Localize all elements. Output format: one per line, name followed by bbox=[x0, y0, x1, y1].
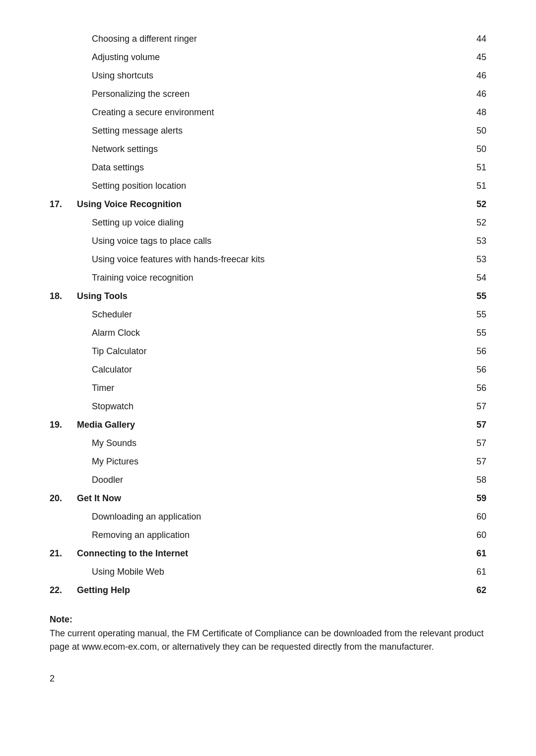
toc-row-num: 20. bbox=[50, 489, 77, 508]
toc-row-page: 44 bbox=[457, 30, 486, 48]
toc-row-title: Training voice recognition bbox=[77, 269, 457, 287]
toc-row: Removing an application60 bbox=[50, 526, 486, 544]
toc-row-num bbox=[50, 397, 77, 416]
toc-row: 19.Media Gallery57 bbox=[50, 416, 486, 434]
toc-row: Setting up voice dialing52 bbox=[50, 214, 486, 232]
toc-row-title: Tip Calculator bbox=[77, 342, 457, 361]
toc-row-num: 22. bbox=[50, 581, 77, 600]
toc-row-num bbox=[50, 508, 77, 526]
toc-row: Alarm Clock55 bbox=[50, 324, 486, 342]
toc-row-title: Downloading an application bbox=[77, 508, 457, 526]
toc-row-page: 46 bbox=[457, 85, 486, 103]
toc-row: 20.Get It Now59 bbox=[50, 489, 486, 508]
toc-row-page: 58 bbox=[457, 471, 486, 489]
toc-row-num bbox=[50, 103, 77, 122]
toc-row-num bbox=[50, 250, 77, 269]
toc-row-num bbox=[50, 269, 77, 287]
toc-row-title: Choosing a different ringer bbox=[77, 30, 457, 48]
toc-row-page: 50 bbox=[457, 122, 486, 140]
toc-row-page: 55 bbox=[457, 287, 486, 305]
toc-row: 18.Using Tools55 bbox=[50, 287, 486, 305]
toc-row-page: 57 bbox=[457, 434, 486, 453]
toc-row-num bbox=[50, 214, 77, 232]
toc-row-num bbox=[50, 434, 77, 453]
toc-row-page: 51 bbox=[457, 158, 486, 177]
toc-row-page: 62 bbox=[457, 581, 486, 600]
toc-row-title: My Pictures bbox=[77, 453, 457, 471]
toc-row-title: Data settings bbox=[77, 158, 457, 177]
toc-row-title: Using shortcuts bbox=[77, 67, 457, 85]
toc-row: Training voice recognition54 bbox=[50, 269, 486, 287]
toc-row-title: Get It Now bbox=[77, 489, 457, 508]
toc-row-num bbox=[50, 361, 77, 379]
toc-row-title: Stopwatch bbox=[77, 397, 457, 416]
note-section: Note: The current operating manual, the … bbox=[50, 614, 486, 654]
toc-row-page: 56 bbox=[457, 361, 486, 379]
toc-row: Scheduler55 bbox=[50, 305, 486, 324]
note-text: The current operating manual, the FM Cer… bbox=[50, 627, 486, 654]
toc-row: Stopwatch57 bbox=[50, 397, 486, 416]
toc-row: Creating a secure environment48 bbox=[50, 103, 486, 122]
toc-row: Setting message alerts50 bbox=[50, 122, 486, 140]
toc-row: Doodler58 bbox=[50, 471, 486, 489]
toc-row-title: Using voice features with hands-freecar … bbox=[77, 250, 457, 269]
toc-row: Using voice tags to place calls53 bbox=[50, 232, 486, 250]
toc-row-page: 61 bbox=[457, 563, 486, 581]
toc-row: Using voice features with hands-freecar … bbox=[50, 250, 486, 269]
toc-row-title: Setting message alerts bbox=[77, 122, 457, 140]
toc-row: 21.Connecting to the Internet61 bbox=[50, 544, 486, 563]
toc-row-num bbox=[50, 232, 77, 250]
page-number: 2 bbox=[50, 674, 486, 684]
toc-row-title: Calculator bbox=[77, 361, 457, 379]
toc-row-page: 48 bbox=[457, 103, 486, 122]
toc-row-page: 61 bbox=[457, 544, 486, 563]
toc-row: Network settings50 bbox=[50, 140, 486, 158]
toc-row-num: 21. bbox=[50, 544, 77, 563]
toc-row: Downloading an application60 bbox=[50, 508, 486, 526]
toc-row: 22.Getting Help62 bbox=[50, 581, 486, 600]
toc-row-title: Adjusting volume bbox=[77, 48, 457, 67]
toc-row: Timer56 bbox=[50, 379, 486, 397]
toc-row-num bbox=[50, 563, 77, 581]
toc-row-num bbox=[50, 30, 77, 48]
toc-row: Adjusting volume45 bbox=[50, 48, 486, 67]
toc-row-title: Using Voice Recognition bbox=[77, 195, 457, 214]
toc-row-title: Personalizing the screen bbox=[77, 85, 457, 103]
toc-row-num: 18. bbox=[50, 287, 77, 305]
toc-row-page: 51 bbox=[457, 177, 486, 195]
toc-row: Personalizing the screen46 bbox=[50, 85, 486, 103]
toc-row-title: Setting position location bbox=[77, 177, 457, 195]
toc-row-num bbox=[50, 48, 77, 67]
toc-row-page: 45 bbox=[457, 48, 486, 67]
toc-row-title: Connecting to the Internet bbox=[77, 544, 457, 563]
toc-row-num bbox=[50, 453, 77, 471]
toc-row: My Pictures57 bbox=[50, 453, 486, 471]
toc-row-page: 57 bbox=[457, 397, 486, 416]
toc-row-page: 53 bbox=[457, 250, 486, 269]
toc-row-title: Media Gallery bbox=[77, 416, 457, 434]
toc-row-title: Using Tools bbox=[77, 287, 457, 305]
toc-row-page: 56 bbox=[457, 379, 486, 397]
toc-row-num bbox=[50, 305, 77, 324]
note-label: Note: bbox=[50, 614, 486, 625]
toc-row-num bbox=[50, 85, 77, 103]
toc-row-num bbox=[50, 158, 77, 177]
toc-row-page: 60 bbox=[457, 508, 486, 526]
toc-row-page: 59 bbox=[457, 489, 486, 508]
toc-row-title: Setting up voice dialing bbox=[77, 214, 457, 232]
toc-row-page: 56 bbox=[457, 342, 486, 361]
toc-row-page: 60 bbox=[457, 526, 486, 544]
toc-row-page: 53 bbox=[457, 232, 486, 250]
toc-row-title: Using voice tags to place calls bbox=[77, 232, 457, 250]
toc-row: Tip Calculator56 bbox=[50, 342, 486, 361]
toc-table: Choosing a different ringer44Adjusting v… bbox=[50, 30, 486, 600]
toc-row-num bbox=[50, 379, 77, 397]
toc-row: 17.Using Voice Recognition52 bbox=[50, 195, 486, 214]
toc-row-page: 52 bbox=[457, 214, 486, 232]
toc-row: Calculator56 bbox=[50, 361, 486, 379]
toc-row-num: 17. bbox=[50, 195, 77, 214]
toc-row-num: 19. bbox=[50, 416, 77, 434]
toc-row-page: 55 bbox=[457, 324, 486, 342]
toc-row: Using shortcuts46 bbox=[50, 67, 486, 85]
toc-row-page: 57 bbox=[457, 416, 486, 434]
